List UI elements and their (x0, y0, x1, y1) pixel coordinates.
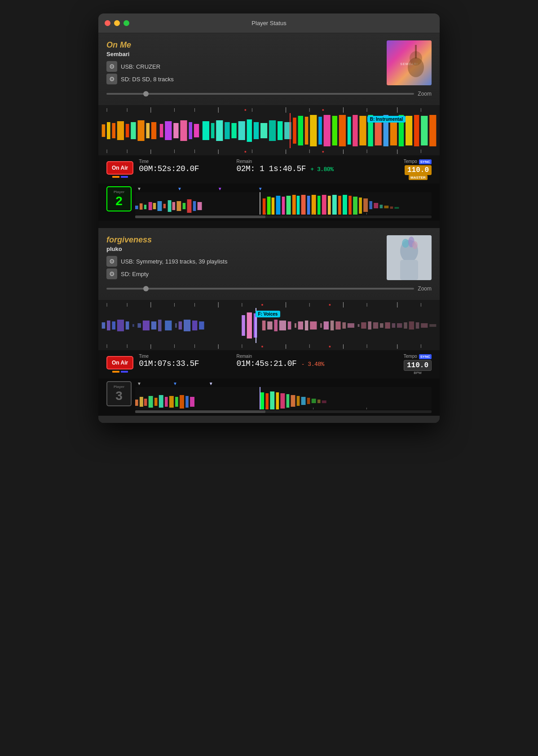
player1-sd-icon[interactable]: ⚙ (106, 74, 117, 84)
player2-sync-badge[interactable]: SYNC (419, 354, 432, 359)
player2-album-art (387, 235, 432, 280)
svg-rect-98 (272, 198, 275, 215)
svg-rect-35 (203, 121, 209, 140)
player1-zoom-row: Zoom (106, 91, 432, 97)
player2-transport: On Air Time 01M:07s:33.5F Remain 01M:45s… (98, 350, 440, 378)
svg-rect-25 (131, 122, 136, 139)
fullscreen-button[interactable] (123, 20, 129, 26)
svg-point-198 (261, 346, 263, 347)
svg-rect-230 (322, 400, 326, 403)
svg-rect-21 (107, 122, 110, 139)
svg-rect-42 (254, 122, 259, 139)
svg-rect-55 (348, 117, 351, 145)
player1-scroll-bar[interactable] (135, 215, 432, 218)
player2-marker-2: ▼ (173, 381, 177, 386)
svg-point-126 (402, 239, 409, 248)
player2-remain-label: Remain (236, 354, 334, 359)
player2-cue-marker: F: Voices (256, 311, 281, 317)
svg-rect-166 (279, 321, 286, 330)
player2-usb-icon[interactable]: ⚙ (106, 256, 117, 267)
player1-on-air[interactable]: On Air (106, 161, 133, 178)
player1-master-badge: MASTER (409, 175, 428, 180)
player1-mini-waveform-svg (135, 192, 432, 215)
player1-header: On Me Sembari ⚙ USB: CRUZER ⚙ SD: DS SD,… (106, 40, 432, 86)
player2-on-air[interactable]: On Air (106, 356, 133, 373)
player2-on-air-indicators (112, 371, 128, 373)
svg-rect-103 (297, 196, 300, 215)
svg-rect-86 (153, 203, 156, 209)
svg-rect-22 (112, 123, 115, 138)
svg-rect-169 (298, 321, 303, 330)
svg-rect-152 (151, 321, 156, 330)
svg-rect-99 (276, 196, 281, 215)
player1-zoom-thumb[interactable] (143, 91, 149, 97)
player2-sd-icon[interactable]: ⚙ (106, 268, 117, 279)
player1-zoom-slider[interactable] (106, 93, 414, 95)
svg-rect-125 (400, 260, 418, 280)
svg-rect-82 (135, 206, 138, 209)
svg-rect-190 (429, 324, 436, 327)
svg-rect-215 (180, 395, 184, 409)
svg-rect-224 (291, 395, 295, 407)
svg-rect-39 (231, 123, 236, 138)
player2-on-air-button[interactable]: On Air (106, 356, 133, 369)
player2-waveform-area[interactable]: F: Voices (98, 308, 440, 343)
svg-rect-219 (265, 393, 269, 409)
player2-track-title: forgiveness (106, 235, 379, 245)
svg-rect-64 (414, 115, 419, 146)
svg-rect-211 (159, 395, 163, 408)
svg-rect-26 (137, 120, 144, 141)
svg-rect-185 (397, 323, 402, 328)
player2-album-art-image (387, 235, 432, 280)
player1-mini-waveform-container: ▼ ▼ ▼ ▼ (135, 186, 432, 218)
player2-scroll-thumb (135, 410, 265, 413)
svg-rect-161 (247, 312, 252, 338)
player1-waveform-area[interactable]: B: Instrumental (98, 113, 440, 148)
player2-time-label: Time (139, 354, 236, 359)
player1-transport-info: Time 00M:52s:20.0F Remain 02M: 1 1s:40.5… (139, 159, 432, 180)
player2-header: forgiveness pluko ⚙ USB: Symmetry, 1193 … (106, 235, 432, 281)
player2-scroll-bar[interactable] (135, 410, 432, 413)
svg-rect-96 (263, 198, 266, 215)
svg-rect-227 (307, 398, 310, 404)
svg-rect-111 (338, 196, 341, 215)
close-button[interactable] (105, 20, 110, 26)
svg-rect-117 (369, 201, 372, 209)
svg-rect-122 (395, 207, 399, 209)
svg-rect-208 (144, 399, 147, 406)
svg-rect-157 (184, 320, 190, 331)
svg-rect-221 (276, 392, 279, 409)
player2-transport-info: Time 01M:07s:33.5F Remain 01M:45s:21.0F … (139, 354, 432, 375)
minimize-button[interactable] (114, 20, 120, 26)
player2-zoom-thumb[interactable] (143, 286, 149, 291)
svg-rect-43 (260, 123, 267, 138)
player2-waveform[interactable]: F: Voices (98, 301, 440, 350)
svg-rect-113 (348, 196, 352, 215)
svg-rect-173 (324, 321, 329, 330)
player2-scroll-tick3 (366, 408, 367, 409)
player1-album-art: SEMBARI (387, 40, 432, 85)
svg-rect-38 (225, 122, 229, 139)
player2-zoom-slider[interactable] (106, 288, 414, 290)
svg-rect-91 (176, 201, 181, 211)
player2-marker-1: ▼ (137, 381, 141, 386)
player1-usb-icon[interactable]: ⚙ (106, 61, 117, 72)
svg-rect-226 (301, 397, 306, 405)
svg-rect-210 (154, 398, 158, 406)
player2-number-box: Player 3 (106, 381, 132, 406)
svg-rect-184 (392, 323, 396, 328)
svg-rect-181 (373, 322, 378, 329)
player1-number-box: Player 2 (106, 186, 132, 211)
svg-rect-4 (415, 45, 417, 58)
player1-usb-label: USB: CRUZER (121, 63, 160, 70)
svg-rect-121 (390, 207, 393, 209)
svg-rect-153 (158, 320, 162, 331)
svg-rect-147 (117, 320, 124, 331)
player2-pip-orange (112, 371, 119, 373)
traffic-lights (105, 20, 129, 26)
player1-on-air-button[interactable]: On Air (106, 161, 133, 175)
player1-tick-marks-bottom (100, 149, 438, 155)
player1-sync-badge[interactable]: SYNC (419, 159, 432, 164)
player1-waveform[interactable]: B: Instrumental (98, 106, 440, 155)
svg-rect-92 (183, 203, 186, 209)
